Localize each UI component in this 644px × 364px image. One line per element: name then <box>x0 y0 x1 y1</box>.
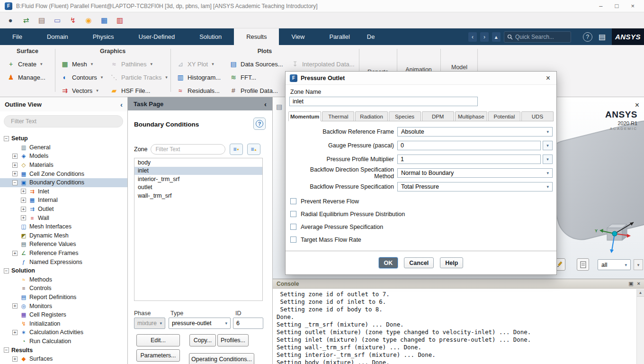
viewport-page-icon[interactable]: ▤ <box>276 103 282 110</box>
profile-dropdown-button[interactable]: ▾ <box>543 155 553 164</box>
ribbon-item-mesh[interactable]: ▦Mesh▾ <box>59 57 105 71</box>
copy-button[interactable]: Copy... <box>189 334 216 346</box>
backflow-reference-frame-select[interactable]: Absolute ▾ <box>397 127 553 136</box>
detach-window-icon[interactable]: ▣ <box>628 281 633 287</box>
ribbon-tab-de[interactable]: De <box>362 28 380 45</box>
zone-id-input[interactable] <box>236 320 260 327</box>
quick-search-input[interactable] <box>515 34 568 40</box>
close-icon[interactable]: × <box>631 2 635 9</box>
outline-filter-input[interactable] <box>4 115 123 127</box>
expand-icon[interactable]: + <box>12 163 18 168</box>
tree-item-reference-frames[interactable]: +∠Reference Frames <box>0 249 127 258</box>
tree-item-mesh-interfaces[interactable]: ◫Mesh Interfaces <box>0 222 127 231</box>
maximize-icon[interactable]: □ <box>615 2 619 9</box>
expand-icon[interactable]: + <box>21 207 26 212</box>
toolbar-mail-icon[interactable]: ▭ <box>52 15 63 26</box>
ribbon-item-data-sources[interactable]: ▤Data Sources... <box>227 57 285 71</box>
ribbon-item-histogram[interactable]: ▥Histogram... <box>174 71 223 84</box>
dialog-tab-momentum[interactable]: Momentum <box>288 111 321 121</box>
toolbar-disk-icon[interactable]: ● <box>5 15 16 26</box>
task-help-button[interactable]: ? <box>253 118 266 130</box>
zone-filter-input[interactable] <box>151 144 225 155</box>
tree-item-wall[interactable]: +≡Wall <box>0 213 127 222</box>
nav-forward-icon[interactable]: › <box>480 32 489 42</box>
radial-equilibrium-checkbox[interactable] <box>290 211 296 217</box>
ribbon-tab-file[interactable]: File <box>0 28 35 45</box>
phase-select[interactable]: mixture ▾ <box>134 318 165 329</box>
cancel-button[interactable]: Cancel <box>404 257 434 268</box>
collapse-ribbon-icon[interactable]: ▴ <box>492 32 501 42</box>
expand-icon[interactable]: + <box>12 330 18 335</box>
ribbon-tab-domain[interactable]: Domain <box>35 28 80 45</box>
tree-item-controls[interactable]: ≡Controls <box>0 284 127 293</box>
pressure-profile-multiplier-input[interactable] <box>397 155 541 164</box>
tree-item-initialization[interactable]: ↯Initialization <box>0 319 127 328</box>
ribbon-item-create[interactable]: +Create▾ <box>5 57 47 71</box>
tree-item-reference-values[interactable]: ▤Reference Values <box>0 240 127 249</box>
collapse-icon[interactable]: − <box>4 347 9 353</box>
minimize-icon[interactable]: – <box>599 2 602 9</box>
tree-item-monitors[interactable]: +◎Monitors <box>0 301 127 310</box>
scroll-up-icon[interactable]: ▲ <box>637 289 644 297</box>
expand-icon[interactable]: + <box>12 251 18 256</box>
type-select[interactable]: pressure-outlet ▾ <box>169 318 231 329</box>
tree-item-general[interactable]: ▥General <box>0 143 127 152</box>
toolbar-grid-icon[interactable]: ▦ <box>98 15 110 26</box>
toolbar-flash-icon[interactable]: ↯ <box>67 15 79 26</box>
zone-list-item-interior-trm-srf[interactable]: interior-_trm_srf <box>134 175 262 183</box>
quick-search[interactable] <box>504 31 571 43</box>
ribbon-item-vectors[interactable]: ⇉Vectors▾ <box>59 84 105 97</box>
collapse-icon[interactable]: − <box>4 268 9 273</box>
tree-item-outlet[interactable]: +⇉Outlet <box>0 205 127 214</box>
expand-icon[interactable]: + <box>21 215 26 220</box>
zone-list-item-inlet[interactable]: inlet <box>134 167 262 175</box>
toolbar-app-icon[interactable]: ▥ <box>114 15 125 26</box>
dialog-tab-thermal[interactable]: Thermal <box>322 111 354 121</box>
zone-list-item-outlet[interactable]: outlet <box>134 183 262 192</box>
ribbon-item-manage[interactable]: ♟Manage... <box>5 71 47 84</box>
operating-conditions-button[interactable]: Operating Conditions... <box>189 353 254 364</box>
tree-item-cell-registers[interactable]: ▦Cell Registers <box>0 310 127 319</box>
zone-filter-options-button[interactable]: ≡▾ <box>230 144 243 155</box>
tree-item-named-expressions[interactable]: ƒNamed Expressions <box>0 257 127 266</box>
zone-sort-button[interactable]: ≡▴ <box>247 144 260 155</box>
profile-dropdown-button[interactable]: ▾ <box>543 141 553 150</box>
ribbon-item-contours[interactable]: ◐Contours▾ <box>59 71 105 84</box>
page-setup-button[interactable] <box>577 258 589 271</box>
dialog-tab-species[interactable]: Species <box>389 111 421 121</box>
extra-dropdown-stub[interactable]: ▾ <box>634 259 643 270</box>
ribbon-tab-results[interactable]: Results <box>234 28 279 45</box>
tree-item-dynamic-mesh[interactable]: ◩Dynamic Mesh <box>0 231 127 240</box>
tree-item-methods[interactable]: ≈Methods <box>0 275 127 284</box>
backflow-pressure-spec-select[interactable]: Total Pressure ▾ <box>397 182 553 191</box>
ribbon-item-fft[interactable]: ≋FFT... <box>227 71 285 84</box>
expand-icon[interactable]: + <box>21 198 26 203</box>
tree-item-calculation-activities[interactable]: +∗Calculation Activities <box>0 328 127 337</box>
help-button[interactable]: Help <box>440 257 463 268</box>
dialog-tab-multiphase[interactable]: Multiphase <box>455 111 487 121</box>
dialog-tab-uds[interactable]: UDS <box>521 111 554 121</box>
ok-button[interactable]: OK <box>379 257 398 268</box>
target-mass-flow-checkbox[interactable] <box>290 237 296 243</box>
expand-icon[interactable]: + <box>21 189 26 194</box>
tree-item-setup[interactable]: −Setup <box>0 134 127 143</box>
dialog-tab-radiation[interactable]: Radiation <box>355 111 387 121</box>
tree-item-models[interactable]: +◈Models <box>0 152 127 161</box>
expand-icon[interactable]: + <box>12 303 18 309</box>
dialog-tab-dpm[interactable]: DPM <box>422 111 454 121</box>
tree-item-results[interactable]: −Results <box>0 346 127 355</box>
tree-item-boundary-conditions[interactable]: −▣Boundary Conditions <box>0 178 127 187</box>
ribbon-tab-solution[interactable]: Solution <box>187 28 234 45</box>
edit-button[interactable]: Edit... <box>136 334 180 346</box>
display-filter-select[interactable]: all ▾ <box>598 259 631 270</box>
ribbon-tab-user-defined[interactable]: User-Defined <box>126 28 188 45</box>
tree-item-cell-zone-conditions[interactable]: +▦Cell Zone Conditions <box>0 169 127 178</box>
console-output[interactable]: Setting zone id of outlet to 7. Setting … <box>273 289 636 364</box>
close-icon[interactable]: × <box>637 281 640 287</box>
axis-triad[interactable]: Y <box>587 210 639 262</box>
ribbon-tab-view[interactable]: View <box>279 28 317 45</box>
toolbar-lamp-icon[interactable]: ◉ <box>83 15 94 26</box>
tree-item-inlet[interactable]: +⇉Inlet <box>0 187 127 196</box>
gauge-pressure-input[interactable] <box>397 141 541 150</box>
collapse-panel-icon[interactable]: ‹ <box>264 100 267 108</box>
